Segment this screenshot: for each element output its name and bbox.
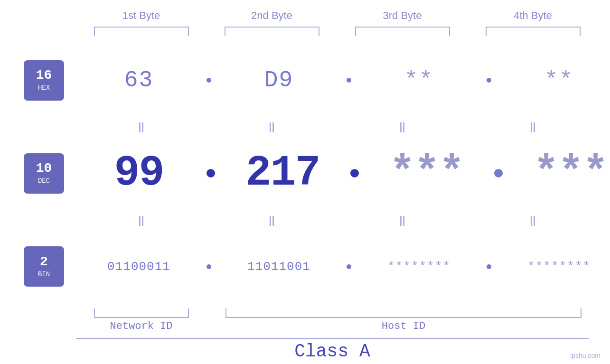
bin-cell-4-group: ********: [494, 260, 610, 274]
main-container: 1st Byte 2nd Byte 3rd Byte 4th Byte 16 H…: [0, 0, 610, 364]
hex-dot-2: [347, 78, 351, 83]
hex-dot-1: [206, 78, 211, 83]
dec-cell-2-group: 217: [217, 149, 361, 197]
bin-badge-number: 2: [40, 255, 48, 269]
bin-dot-2: [347, 264, 351, 269]
hex-value-3: **: [404, 67, 434, 93]
bin-value-4: ********: [527, 260, 591, 274]
dec-cell-4: ***: [505, 149, 610, 197]
hex-values: 63 D9 ** **: [74, 67, 610, 93]
host-bracket: [225, 308, 582, 318]
hex-value-4: **: [544, 67, 574, 93]
top-brackets: [76, 27, 610, 36]
hex-cell-2: D9: [214, 67, 344, 93]
equals-2: ||: [206, 121, 337, 133]
bracket-cell-2: [206, 27, 337, 36]
equals-5: ||: [76, 214, 206, 226]
hex-badge: 16 HEX: [24, 60, 64, 101]
hex-value-2: D9: [264, 67, 294, 93]
hex-cell-4-group: **: [494, 67, 610, 93]
equals-6: ||: [206, 214, 337, 226]
network-bracket-container: [76, 308, 206, 318]
top-bracket-4: [486, 27, 581, 36]
hex-dot-3: [487, 78, 491, 83]
class-row: Class A: [76, 338, 589, 364]
host-bracket-container: [206, 308, 596, 318]
bracket-cell-3: [337, 27, 468, 36]
hex-badge-number: 16: [36, 69, 52, 82]
hex-cell-1: 63: [74, 67, 204, 93]
dec-dot-1: [206, 169, 215, 177]
hex-cell-1-group: 63: [74, 67, 214, 93]
byte-header-1: 1st Byte: [76, 9, 206, 22]
top-bracket-2: [225, 27, 319, 36]
byte-header-2: 2nd Byte: [206, 9, 337, 22]
byte-header-3: 3rd Byte: [337, 9, 468, 22]
top-bracket-3: [355, 27, 450, 36]
id-labels: Network ID Host ID: [76, 320, 610, 332]
dec-cell-3: ***: [361, 149, 492, 197]
bracket-cell-4: [468, 27, 598, 36]
dec-value-4: ***: [533, 149, 607, 197]
class-label: Class A: [294, 341, 370, 362]
dec-dot-2: [350, 169, 359, 177]
bin-dot-3: [487, 264, 491, 269]
bin-value-2: 11011001: [247, 260, 310, 274]
dec-badge: 10 DEC: [24, 153, 64, 194]
network-bracket: [94, 308, 189, 318]
equals-7: ||: [337, 214, 468, 226]
bin-cell-3-group: ********: [354, 260, 494, 274]
bin-cell-3: ********: [354, 260, 484, 274]
dec-cell-3-group: ***: [361, 149, 505, 197]
dec-badge-label: DEC: [38, 177, 50, 185]
bracket-cell-1: [76, 27, 206, 36]
equals-3: ||: [337, 121, 468, 133]
dec-badge-number: 10: [36, 162, 52, 175]
dec-dot-3: [494, 169, 503, 177]
bin-cell-1-group: 01100011: [74, 260, 214, 274]
equals-row-2: || || || ||: [76, 213, 610, 227]
hex-badge-label: HEX: [38, 84, 50, 92]
equals-8: ||: [468, 214, 598, 226]
bottom-section: Network ID Host ID Class A: [0, 308, 610, 364]
bin-cell-2: 11011001: [214, 260, 344, 274]
network-id-label: Network ID: [76, 320, 206, 332]
dec-value-3: ***: [389, 149, 463, 197]
dec-value-2: 217: [245, 149, 319, 197]
hex-value-1: 63: [124, 67, 154, 93]
host-id-label: Host ID: [206, 320, 596, 332]
hex-cell-4: **: [494, 67, 610, 93]
top-bracket-1: [94, 27, 189, 36]
equals-1: ||: [76, 121, 206, 133]
bottom-brackets: [76, 308, 610, 318]
dec-cell-1: 99: [74, 149, 204, 197]
byte-header-4: 4th Byte: [468, 9, 598, 22]
bin-badge-label: BIN: [38, 271, 50, 278]
dec-cell-4-group: ***: [505, 149, 610, 197]
hex-cell-2-group: D9: [214, 67, 354, 93]
hex-cell-3: **: [354, 67, 484, 93]
dec-cell-2: 217: [217, 149, 348, 197]
byte-headers: 1st Byte 2nd Byte 3rd Byte 4th Byte: [76, 9, 610, 22]
bin-dot-1: [206, 264, 211, 269]
bin-cell-2-group: 11011001: [214, 260, 354, 274]
bin-row: 2 BIN 01100011 11011001 ********: [0, 227, 610, 306]
bin-badge: 2 BIN: [24, 246, 64, 287]
equals-row-1: || || || ||: [76, 120, 610, 134]
hex-cell-3-group: **: [354, 67, 494, 93]
watermark: ipshu.com: [570, 352, 601, 359]
dec-cell-1-group: 99: [74, 149, 217, 197]
dec-row: 10 DEC 99 217 ***: [0, 134, 610, 213]
bin-values: 01100011 11011001 ******** ********: [74, 260, 610, 274]
dec-value-1: 99: [114, 149, 163, 197]
dec-values: 99 217 *** ***: [74, 149, 610, 197]
bin-cell-4: ********: [494, 260, 610, 274]
hex-row: 16 HEX 63 D9 **: [0, 41, 610, 120]
bin-cell-1: 01100011: [74, 260, 204, 274]
bin-value-1: 01100011: [107, 260, 170, 274]
bin-value-3: ********: [387, 260, 450, 274]
equals-4: ||: [468, 121, 598, 133]
